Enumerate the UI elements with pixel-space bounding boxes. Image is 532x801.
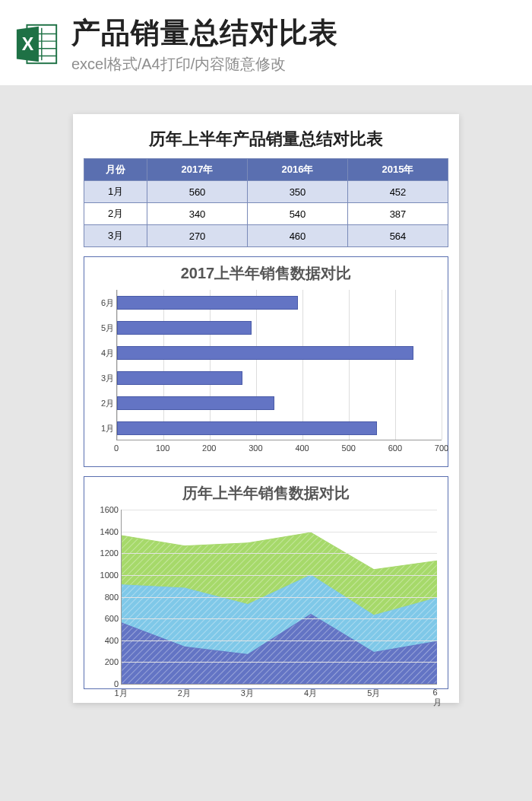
bar (117, 321, 252, 335)
area-y-tick: 1600 (91, 505, 119, 514)
table-cell: 2月 (84, 203, 147, 225)
header-title: 产品销量总结对比表 (71, 14, 532, 52)
table-cell: 460 (248, 225, 348, 247)
bar (117, 296, 298, 310)
table-cell: 387 (347, 203, 448, 225)
bar-x-tick: 0 (114, 443, 119, 453)
table-row: 3月270460564 (84, 225, 448, 247)
bar-x-tick: 200 (202, 443, 216, 453)
data-table: 月份2017年2016年2015年 1月5603504522月340540387… (84, 158, 448, 247)
bar-x-tick: 300 (249, 443, 262, 453)
table-header: 2016年 (248, 159, 348, 181)
bar-y-label: 1月 (94, 422, 114, 434)
bar-x-tick: 100 (156, 443, 169, 453)
table-cell: 270 (147, 225, 248, 247)
table-row: 1月560350452 (84, 181, 448, 203)
area-chart-title: 历年上半年销售数据对比 (90, 483, 442, 504)
table-row: 2月340540387 (84, 203, 448, 225)
area-x-tick: 4月 (304, 688, 317, 699)
area-y-tick: 600 (91, 614, 119, 623)
bar-x-tick: 600 (388, 443, 402, 453)
area-x-tick: 2月 (178, 688, 191, 699)
area-y-tick: 1400 (91, 527, 119, 536)
header-text: 产品销量总结对比表 excel格式/A4打印/内容随意修改 (71, 14, 532, 75)
bar (117, 346, 413, 360)
svg-text:X: X (22, 34, 34, 54)
area-x-tick: 3月 (241, 688, 254, 699)
bar (117, 371, 242, 385)
bar (117, 421, 377, 435)
bar-x-tick: 700 (435, 443, 448, 453)
sheet-title: 历年上半年产品销量总结对比表 (84, 128, 448, 151)
area-x-tick: 1月 (114, 688, 127, 699)
excel-icon: X (14, 21, 61, 68)
bar-y-label: 5月 (94, 322, 114, 333)
bar-y-label: 6月 (94, 297, 114, 308)
worksheet: 历年上半年产品销量总结对比表 月份2017年2016年2015年 1月56035… (73, 114, 459, 703)
bar-y-label: 2月 (94, 397, 114, 408)
bar-x-tick: 500 (342, 443, 356, 453)
table-header: 2017年 (147, 159, 248, 181)
area-y-tick: 1000 (91, 571, 119, 580)
page-header: X 产品销量总结对比表 excel格式/A4打印/内容随意修改 (0, 0, 532, 85)
bar-y-label: 4月 (94, 347, 114, 358)
bar-chart: 2017上半年销售数据对比 6月5月4月3月2月1月 0100200300400… (84, 256, 448, 467)
bar-chart-title: 2017上半年销售数据对比 (90, 263, 442, 284)
area-x-tick: 5月 (367, 688, 380, 699)
area-y-tick: 1200 (91, 548, 119, 558)
table-cell: 3月 (84, 225, 147, 247)
area-x-tick: 6月 (433, 688, 442, 708)
area-y-tick: 200 (91, 657, 119, 666)
table-cell: 1月 (84, 181, 147, 203)
table-cell: 540 (248, 203, 348, 225)
area-y-tick: 800 (91, 593, 119, 602)
area-chart: 历年上半年销售数据对比 0200400600800100012001400160… (84, 476, 448, 689)
bar-x-tick: 400 (295, 443, 309, 453)
bar (117, 396, 274, 410)
table-cell: 340 (147, 203, 248, 225)
header-subtitle: excel格式/A4打印/内容随意修改 (71, 54, 532, 75)
bar-y-label: 3月 (94, 372, 114, 383)
table-cell: 564 (347, 225, 448, 247)
area-y-tick: 400 (91, 636, 119, 645)
table-cell: 560 (147, 181, 248, 203)
table-cell: 452 (347, 181, 448, 203)
table-header: 2015年 (347, 159, 448, 181)
table-cell: 350 (248, 181, 348, 203)
table-header: 月份 (84, 159, 147, 181)
